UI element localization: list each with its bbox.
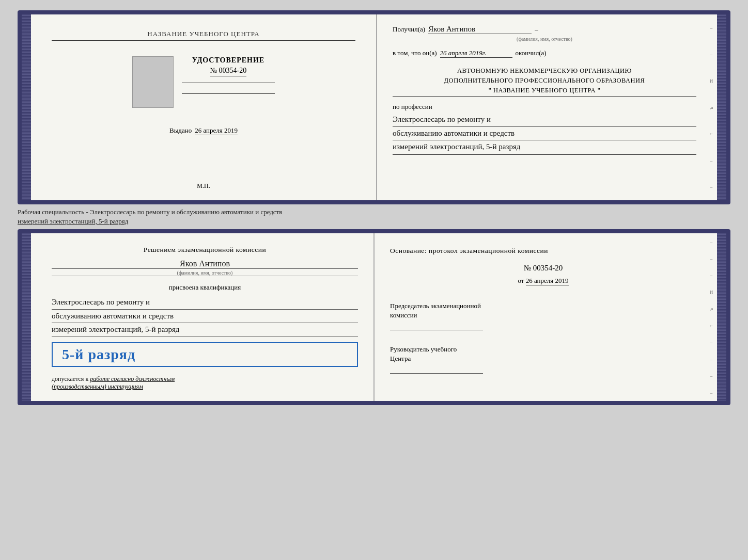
basis-title: Основание: протокол экзаменационной коми… bbox=[390, 246, 696, 256]
profession-label: по профессии bbox=[393, 103, 696, 111]
org-line1: АВТОНОМНУЮ НЕКОММЕРЧЕСКУЮ ОРГАНИЗАЦИЮ bbox=[393, 66, 696, 76]
recipient-name: Яков Антипов bbox=[428, 25, 532, 34]
bottom-left-page: Решением экзаменационной комиссии Яков А… bbox=[31, 233, 375, 401]
center-head-block: Руководитель учебного Центра bbox=[390, 345, 696, 382]
stamp-area: М.П. bbox=[197, 181, 210, 190]
chairman-block: Председатель экзаменационной комиссии bbox=[390, 301, 696, 339]
recipient-line: Получил(а) Яков Антипов – bbox=[393, 25, 696, 34]
issued-label: Выдано bbox=[169, 126, 192, 135]
separator-text: Рабочая специальность - Электрослесарь п… bbox=[18, 204, 730, 229]
completed-line: в том, что он(а) 26 апреля 2019г. окончи… bbox=[393, 49, 696, 58]
allowed-text2: (производственным) инструкциям bbox=[52, 383, 143, 390]
chairman-title: Председатель экзаменационной комиссии bbox=[390, 301, 696, 320]
qual-line2: обслуживанию автоматики и средств bbox=[52, 310, 358, 324]
top-booklet: НАЗВАНИЕ УЧЕБНОГО ЦЕНТРА УДОСТОВЕРЕНИЕ №… bbox=[18, 10, 730, 204]
fio-hint-top: (фамилия, имя, отчество) bbox=[393, 36, 696, 42]
issued-row: Выдано 26 апреля 2019 bbox=[169, 126, 238, 135]
profession-line2: обслуживанию автоматики и средств bbox=[393, 127, 696, 141]
completed-label: в том, что он(а) bbox=[393, 49, 437, 57]
top-right-side-deco: – – И ,а ← – – bbox=[708, 14, 715, 200]
issued-date: 26 апреля 2019 bbox=[195, 126, 238, 135]
profession-text: Электрослесарь по ремонту и обслуживанию… bbox=[393, 113, 696, 155]
cert-title: УДОСТОВЕРЕНИЕ bbox=[192, 56, 264, 65]
protocol-date-prefix: от bbox=[518, 277, 524, 284]
protocol-number: № 00354-20 bbox=[390, 264, 696, 273]
completed-end: окончил(а) bbox=[516, 49, 547, 57]
completed-date: 26 апреля 2019г. bbox=[440, 49, 512, 58]
qual-line1: Электрослесарь по ремонту и bbox=[52, 296, 358, 310]
stamp-label: М.П. bbox=[197, 182, 210, 189]
rank-badge: 5-й разряд bbox=[52, 342, 358, 367]
org-line2: ДОПОЛНИТЕЛЬНОГО ПРОФЕССИОНАЛЬНОГО ОБРАЗО… bbox=[393, 76, 696, 86]
separator-line1: Рабочая специальность - Электрослесарь п… bbox=[18, 208, 282, 216]
org-line3: " НАЗВАНИЕ УЧЕБНОГО ЦЕНТРА " bbox=[393, 86, 696, 97]
separator-line2: измерений электростанций, 5-й разряд bbox=[18, 217, 128, 225]
allowed-line: допускается к работе согласно должностны… bbox=[52, 375, 358, 391]
cert-line bbox=[182, 83, 275, 83]
bottom-right-side-deco: – – – И ,а ← – – – – bbox=[708, 233, 715, 401]
top-left-page: НАЗВАНИЕ УЧЕБНОГО ЦЕНТРА УДОСТОВЕРЕНИЕ №… bbox=[31, 14, 377, 200]
allowed-text: работе согласно должностным bbox=[90, 375, 175, 382]
center-head-line bbox=[390, 365, 483, 374]
top-right-page: Получил(а) Яков Антипов – (фамилия, имя,… bbox=[377, 14, 717, 200]
profession-line1: Электрослесарь по ремонту и bbox=[393, 113, 696, 127]
protocol-date: от 26 апреля 2019 bbox=[390, 277, 696, 285]
qualification-label: присвоена квалификация bbox=[52, 283, 358, 292]
cert-number: № 00354-20 bbox=[210, 67, 247, 76]
cert-line-2 bbox=[182, 93, 275, 94]
commission-name: Яков Антипов bbox=[52, 259, 358, 269]
bottom-right-page: Основание: протокол экзаменационной коми… bbox=[375, 233, 717, 401]
qual-line3: измерений электростанций, 5-й разряд bbox=[52, 323, 358, 337]
cert-photo bbox=[132, 56, 174, 108]
chairman-line bbox=[390, 322, 483, 330]
recipient-label: Получил(а) bbox=[393, 25, 425, 34]
cert-container: УДОСТОВЕРЕНИЕ № 00354-20 bbox=[132, 56, 275, 108]
bottom-booklet: Решением экзаменационной комиссии Яков А… bbox=[18, 229, 730, 405]
document-container: НАЗВАНИЕ УЧЕБНОГО ЦЕНТРА УДОСТОВЕРЕНИЕ №… bbox=[18, 10, 730, 405]
school-name-label: НАЗВАНИЕ УЧЕБНОГО ЦЕНТРА bbox=[52, 30, 355, 41]
protocol-date-value: 26 апреля 2019 bbox=[526, 277, 569, 285]
org-block: АВТОНОМНУЮ НЕКОММЕРЧЕСКУЮ ОРГАНИЗАЦИЮ ДО… bbox=[393, 66, 696, 97]
fio-hint-bottom: (фамилия, имя, отчество) bbox=[52, 270, 358, 276]
allowed-prefix: допускается к bbox=[52, 375, 88, 382]
commission-title: Решением экзаменационной комиссии bbox=[52, 246, 358, 254]
center-head-title: Руководитель учебного Центра bbox=[390, 345, 696, 363]
qualification-text: Электрослесарь по ремонту и обслуживанию… bbox=[52, 296, 358, 337]
recipient-dash: – bbox=[535, 25, 538, 34]
profession-line3: измерений электростанций, 5-й разряд bbox=[393, 140, 696, 154]
cert-info: УДОСТОВЕРЕНИЕ № 00354-20 bbox=[182, 56, 275, 98]
